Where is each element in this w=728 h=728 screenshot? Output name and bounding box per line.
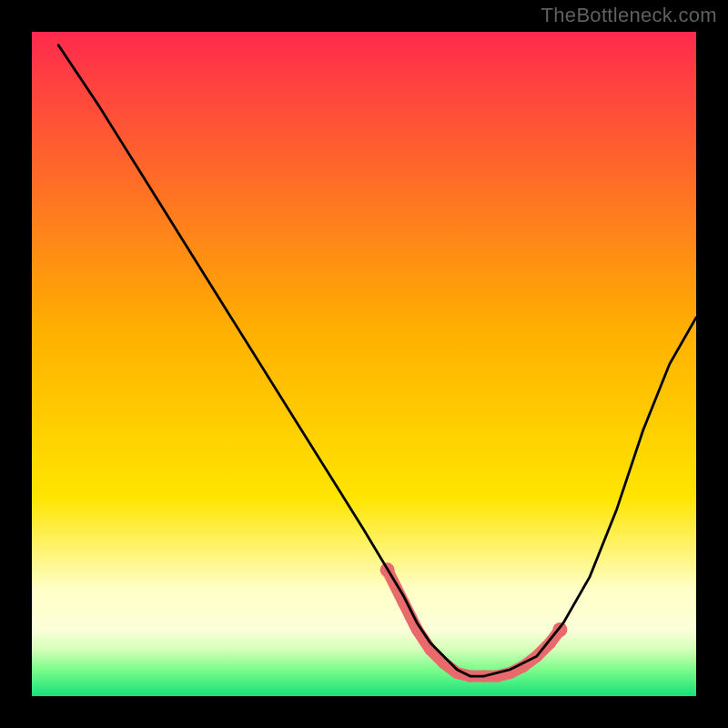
bottleneck-curve-svg	[32, 32, 696, 696]
watermark-text: TheBottleneck.com	[541, 4, 717, 27]
plot-area	[32, 32, 696, 696]
chart-frame: TheBottleneck.com	[0, 0, 728, 728]
bottleneck-curve	[58, 46, 696, 677]
